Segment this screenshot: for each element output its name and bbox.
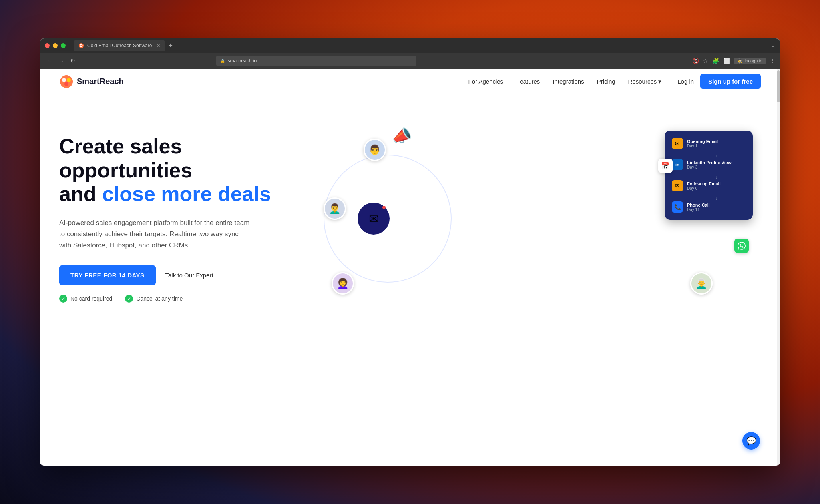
- active-tab[interactable]: Cold Email Outreach Software ✕: [74, 40, 165, 51]
- scrollbar-thumb[interactable]: [777, 70, 780, 102]
- followup-seq-icon: ✉: [672, 180, 683, 191]
- notification-dot: [382, 206, 386, 209]
- seq-text-2: LinkedIn Profile View Day 3: [687, 160, 746, 169]
- hero-cta: TRY FREE FOR 14 DAYS Talk to Our Expert: [59, 265, 283, 285]
- maximize-button[interactable]: [61, 43, 66, 48]
- seq-day-2: Day 3: [687, 165, 746, 169]
- svg-point-2: [80, 45, 82, 46]
- cancel-label: Cancel at any time: [136, 295, 183, 302]
- incognito-icon: 🕵: [737, 58, 743, 64]
- no-card-badge: ✓ No card required: [59, 295, 112, 303]
- logo-text: SmartReach: [77, 77, 124, 86]
- seq-arrow-2: ↓: [687, 175, 746, 179]
- incognito-label: Incognito: [744, 58, 762, 63]
- hero-description: AI-powered sales engagement platform bui…: [59, 217, 251, 251]
- seq-label-4: Phone Call: [687, 203, 746, 207]
- seq-item-3: ✉ Follow up Email Day 6: [672, 180, 746, 191]
- email-seq-icon: ✉: [672, 138, 683, 149]
- hero-title: Create sales opportunities and close mor…: [59, 135, 283, 206]
- website-content: SmartReach For Agencies Features Integra…: [40, 69, 780, 466]
- svg-point-6: [64, 82, 68, 86]
- seq-arrow-3: ↓: [687, 196, 746, 201]
- try-free-button[interactable]: TRY FREE FOR 14 DAYS: [59, 265, 156, 285]
- svg-point-5: [67, 78, 71, 82]
- chat-bubble-button[interactable]: 💬: [742, 432, 760, 450]
- avatar-1: 👨: [364, 139, 386, 161]
- close-button[interactable]: [45, 43, 50, 48]
- signup-button[interactable]: Sign up for free: [700, 74, 761, 89]
- hero-illustration: 📣 ✉ 👨 👨‍🦱 👩‍🦱: [299, 118, 761, 319]
- tab-close-icon[interactable]: ✕: [157, 43, 160, 48]
- no-camera-icon: 📵: [692, 58, 699, 64]
- no-card-label: No card required: [70, 295, 112, 302]
- seq-label-1: Opening Email: [687, 139, 746, 144]
- linkedin-seq-icon: in: [672, 159, 683, 170]
- tab-bar: Cold Email Outreach Software ✕ + ⌄: [74, 40, 775, 51]
- hero-content-left: Create sales opportunities and close mor…: [59, 135, 283, 303]
- tab-menu-button[interactable]: ⌄: [771, 43, 775, 48]
- seq-label-3: Follow up Email: [687, 181, 746, 186]
- check-circle-icon: ✓: [59, 295, 67, 303]
- avatar-3: 👩‍🦱: [332, 272, 354, 295]
- logo[interactable]: SmartReach: [59, 74, 124, 89]
- talk-expert-link[interactable]: Talk to Our Expert: [165, 272, 213, 279]
- hero-badges: ✓ No card required ✓ Cancel at any time: [59, 295, 283, 303]
- extensions-icon[interactable]: 🧩: [712, 58, 719, 64]
- email-center-icon: ✉: [358, 203, 390, 235]
- seq-label-2: LinkedIn Profile View: [687, 160, 746, 165]
- address-bar-actions: 📵 ☆ 🧩 ⬜ 🕵 Incognito ⋮: [692, 58, 775, 64]
- title-bar: Cold Email Outreach Software ✕ + ⌄: [40, 38, 780, 53]
- logo-icon: [59, 74, 74, 89]
- forward-button[interactable]: →: [57, 56, 66, 66]
- minimize-button[interactable]: [53, 43, 58, 48]
- nav-integrations[interactable]: Integrations: [553, 78, 584, 85]
- seq-day-3: Day 6: [687, 186, 746, 191]
- hero-title-highlight: close more deals: [102, 182, 271, 205]
- new-tab-button[interactable]: +: [168, 42, 173, 50]
- url-display: smartreach.io: [227, 58, 257, 64]
- calendar-badge-icon: 📅: [658, 159, 673, 173]
- seq-item-1: ✉ Opening Email Day 1: [672, 138, 746, 149]
- nav-resources[interactable]: Resources ▾: [628, 78, 662, 85]
- nav-links: For Agencies Features Integrations Prici…: [468, 78, 662, 85]
- nav-features[interactable]: Features: [516, 78, 540, 85]
- sequence-card: ✉ Opening Email Day 1 ↓ in LinkedIn Prof…: [665, 131, 753, 220]
- site-navigation: SmartReach For Agencies Features Integra…: [40, 69, 780, 94]
- tab-favicon-icon: [78, 43, 84, 48]
- seq-day-4: Day 11: [687, 207, 746, 212]
- bookmark-icon[interactable]: ☆: [703, 58, 708, 64]
- seq-text-4: Phone Call Day 11: [687, 203, 746, 212]
- split-view-icon[interactable]: ⬜: [723, 58, 730, 64]
- lock-icon: 🔒: [220, 59, 225, 63]
- browser-window: Cold Email Outreach Software ✕ + ⌄ ← → ↻…: [40, 38, 780, 466]
- menu-button[interactable]: ⋮: [770, 58, 775, 64]
- chevron-down-icon: ▾: [658, 78, 661, 85]
- seq-item-2: in LinkedIn Profile View Day 3: [672, 159, 746, 170]
- cancel-badge: ✓ Cancel at any time: [125, 295, 183, 303]
- login-button[interactable]: Log in: [677, 78, 694, 85]
- whatsapp-badge-icon: [734, 239, 749, 253]
- seq-text-1: Opening Email Day 1: [687, 139, 746, 148]
- seq-text-3: Follow up Email Day 6: [687, 181, 746, 191]
- svg-point-3: [60, 75, 73, 88]
- hero-section: Create sales opportunities and close mor…: [40, 94, 780, 335]
- seq-item-4: 📞 Phone Call Day 11: [672, 201, 746, 213]
- seq-arrow-1: ↓: [687, 154, 746, 158]
- reload-button[interactable]: ↻: [69, 56, 77, 66]
- seq-day-1: Day 1: [687, 144, 746, 148]
- scrollbar[interactable]: [777, 69, 780, 466]
- address-input[interactable]: 🔒 smartreach.io: [216, 56, 416, 66]
- hero-title-line2: and: [59, 182, 102, 205]
- avatar-2: 👨‍🦱: [324, 197, 346, 220]
- tab-title: Cold Email Outreach Software: [87, 43, 152, 48]
- phone-seq-icon: 📞: [672, 201, 683, 213]
- incognito-badge: 🕵 Incognito: [734, 58, 766, 64]
- nav-for-agencies[interactable]: For Agencies: [468, 78, 504, 85]
- check-circle-icon-2: ✓: [125, 295, 133, 303]
- nav-pricing[interactable]: Pricing: [597, 78, 615, 85]
- back-button[interactable]: ←: [45, 56, 54, 66]
- nav-actions: Log in Sign up for free: [677, 74, 761, 89]
- avatar-4: 👨‍🦳: [690, 272, 713, 295]
- address-bar: ← → ↻ 🔒 smartreach.io 📵 ☆ 🧩 ⬜ 🕵 Incognit…: [40, 53, 780, 69]
- svg-point-4: [62, 78, 66, 82]
